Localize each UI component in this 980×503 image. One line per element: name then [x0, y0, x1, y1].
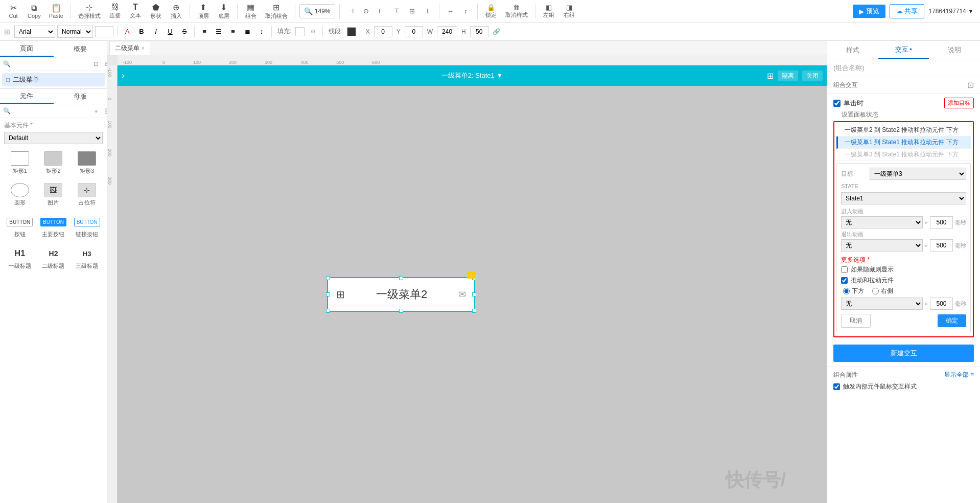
y-input[interactable] — [405, 26, 423, 37]
element-group-dropdown[interactable]: Default — [4, 132, 103, 144]
strikethrough-button[interactable]: S — [178, 26, 191, 38]
canvas-widget[interactable]: ⚡ ⊞ 一级菜单2 ✉ — [327, 277, 475, 312]
align-center-text-button[interactable]: ☰ — [213, 26, 225, 38]
tab-page[interactable]: 页面 — [0, 41, 54, 57]
align-left-text-button[interactable]: ≡ — [198, 26, 211, 38]
tab-close-icon[interactable]: × — [142, 45, 145, 51]
state-action-1[interactable]: 一级菜单1 到 State1 推动和拉动元件 下方 — [836, 136, 971, 149]
element-search-input[interactable] — [13, 107, 89, 115]
tab-note[interactable]: 说明 — [929, 41, 980, 59]
tab-master[interactable]: 母版 — [54, 89, 107, 104]
anchor-br[interactable] — [472, 309, 476, 313]
preview-button[interactable]: ▶ 预览 — [853, 5, 885, 18]
element-item-placeholder[interactable]: ⊹ 占位符 — [71, 180, 103, 210]
canvas-content[interactable]: › 一级菜单2: State1 ▼ ⊞ 隔离 关闭 — [118, 65, 827, 503]
left-group-button[interactable]: ◧ 左组 — [540, 3, 558, 20]
interaction-expand-icon[interactable]: ⊡ — [967, 80, 974, 90]
element-item-image[interactable]: 🖼 图片 — [38, 180, 69, 210]
bold-button[interactable]: B — [135, 26, 148, 38]
font-style-select[interactable]: Normal — [57, 26, 93, 38]
font-color-button[interactable]: A — [121, 26, 133, 38]
push-pull-checkbox[interactable] — [841, 277, 848, 284]
copy-button[interactable]: ⧉ Copy — [25, 3, 44, 20]
canvas-viewport[interactable]: -100 0 100 200 300 400 500 600 -100 0 10… — [107, 55, 827, 503]
lock-ratio-button[interactable]: 🔗 — [491, 26, 503, 38]
h-input[interactable] — [470, 26, 488, 37]
add-target-button[interactable]: 添加目标 — [944, 98, 974, 108]
element-item-h2[interactable]: H2 二级标题 — [38, 243, 69, 273]
dist-v[interactable]: ↕ — [459, 6, 473, 16]
align-top[interactable]: ⊤ — [390, 6, 404, 16]
enter-anim-num-input[interactable] — [930, 216, 953, 228]
align-justify-button[interactable]: ≣ — [241, 26, 253, 38]
show-all-link[interactable]: 显示全部 ≡ — [944, 371, 974, 379]
click-event-checkbox[interactable] — [833, 100, 841, 107]
design-canvas[interactable]: ⚡ ⊞ 一级菜单2 ✉ 快传号/ — [118, 86, 827, 503]
text-button[interactable]: T 文本 — [126, 2, 145, 20]
font-family-select[interactable]: Arial — [14, 26, 55, 38]
insert-button[interactable]: ⊕ 插入 — [167, 2, 185, 21]
element-item-main-btn[interactable]: BUTTON 主要按钮 — [38, 212, 69, 241]
show-if-hidden-checkbox[interactable] — [841, 266, 848, 273]
align-center-v[interactable]: ⊞ — [405, 6, 419, 16]
cut-button[interactable]: ✂ Cut — [4, 2, 22, 20]
tab-elements[interactable]: 元件 — [0, 89, 54, 104]
element-item-rect2[interactable]: 矩形2 — [38, 148, 69, 178]
italic-button[interactable]: I — [150, 26, 162, 38]
trigger-checkbox[interactable] — [833, 383, 840, 390]
anchor-mr[interactable] — [472, 292, 476, 296]
anchor-tc[interactable] — [399, 276, 403, 280]
anchor-bc[interactable] — [399, 309, 403, 313]
anim2-select[interactable]: 无 — [841, 298, 923, 310]
element-item-rect1[interactable]: 矩形1 — [4, 148, 36, 178]
bottom-layer-button[interactable]: ⬇ 底层 — [215, 2, 233, 21]
banner-left-chevron[interactable]: › — [122, 71, 124, 80]
x-input[interactable] — [374, 26, 392, 37]
state-action-0[interactable]: 一级菜单2 到 State2 推动和拉动元件 下方 — [836, 124, 971, 136]
share-button[interactable]: ☁ 共享 — [890, 4, 925, 18]
element-item-link-btn[interactable]: BUTTON 链接按钮 — [71, 212, 103, 241]
exit-anim-select[interactable]: 无 — [841, 239, 923, 252]
radio-right-input[interactable] — [872, 288, 879, 294]
canvas-tab-emenu[interactable]: 二级菜单 × — [109, 41, 150, 55]
state-action-2[interactable]: 一级菜单3 到 State1 推动和拉动元件 下方 — [836, 149, 971, 161]
dist-h[interactable]: ↔ — [444, 6, 458, 16]
anchor-tl[interactable] — [326, 276, 330, 280]
anchor-bl[interactable] — [326, 309, 330, 313]
element-item-rect3[interactable]: 矩形3 — [71, 148, 103, 178]
align-right[interactable]: ⊢ — [375, 6, 389, 16]
connect-button[interactable]: ⛓ 连接 — [106, 2, 124, 20]
element-item-h1[interactable]: H1 一级标题 — [4, 243, 36, 273]
page-item-emenu[interactable]: □ 二级菜单 — [2, 73, 105, 86]
enter-anim-select[interactable]: 无 — [841, 216, 923, 228]
left-search-input[interactable] — [13, 60, 89, 67]
align-bottom[interactable]: ⊥ — [421, 6, 435, 16]
align-center-h[interactable]: ⊙ — [359, 6, 374, 16]
expand-icon[interactable]: ⊞ — [767, 71, 774, 81]
isolate-button[interactable]: 隔离 — [778, 71, 798, 81]
add-elem-icon[interactable]: + — [91, 106, 101, 116]
radio-right[interactable]: 右侧 — [872, 287, 893, 295]
right-group-button[interactable]: ◨ 右组 — [560, 3, 578, 20]
radio-below[interactable]: 下方 — [843, 287, 864, 295]
exit-anim-num-input[interactable] — [930, 239, 953, 252]
fill-color-button[interactable] — [295, 27, 305, 36]
align-right-text-button[interactable]: ≡ — [227, 26, 239, 38]
anim2-num-input[interactable] — [930, 298, 953, 310]
ungroup-button[interactable]: ⊞ 取消组合 — [262, 2, 291, 21]
zoom-control[interactable]: 🔍 149% — [299, 4, 335, 18]
unformat-button[interactable]: 🗑 取消样式 — [502, 3, 531, 20]
element-item-circle[interactable]: 圆形 — [4, 180, 36, 210]
line-color-button[interactable] — [347, 27, 356, 36]
shape-button[interactable]: ⬟ 形状 — [147, 2, 165, 21]
select-mode-button[interactable]: ⊹ 选择模式 — [75, 2, 104, 21]
confirm-button[interactable]: 确定 — [938, 314, 966, 327]
tab-summary[interactable]: 概要 — [54, 41, 107, 57]
tab-style[interactable]: 样式 — [827, 41, 878, 59]
cancel-button[interactable]: 取消 — [841, 314, 871, 328]
align-left[interactable]: ⊣ — [344, 6, 358, 16]
font-size-input[interactable] — [95, 26, 113, 37]
w-input[interactable] — [437, 26, 457, 37]
text-spacing-button[interactable]: ↕ — [255, 26, 268, 38]
anchor-ml[interactable] — [326, 292, 330, 296]
